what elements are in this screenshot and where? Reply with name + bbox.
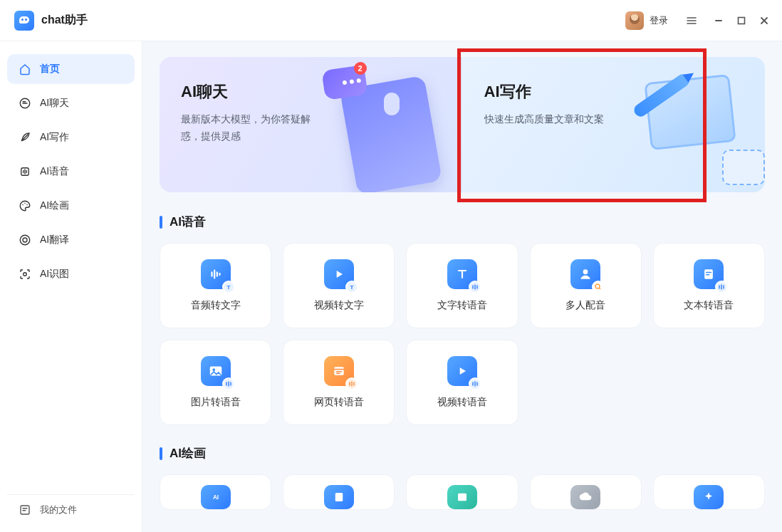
tool-text-to-speech[interactable]: 文字转语音 [406,243,518,328]
folder-icon [19,504,31,516]
sidebar-item-vision[interactable]: AI识图 [7,259,135,289]
svg-rect-14 [705,269,714,278]
sidebar-item-home[interactable]: 首页 [7,54,135,84]
text-t-icon [447,259,477,289]
svg-point-5 [26,204,28,206]
svg-point-8 [24,273,27,276]
section-title-voice: AI语音 [170,214,206,230]
svg-text:T: T [350,284,353,291]
maximize-icon[interactable] [731,10,752,31]
app-title: chat助手 [41,13,88,28]
svg-rect-9 [21,506,29,514]
tool-image-to-voice[interactable]: 图片转语音 [160,340,271,425]
tool-audio-to-text[interactable]: T 音频转文字 [160,243,271,328]
palette-icon [19,199,31,212]
sidebar-item-chat[interactable]: AI聊天 [7,88,135,118]
cloud-icon [570,485,600,509]
ai-box-icon: AI [201,485,231,509]
tool-label: 视频转文字 [314,299,364,312]
svg-rect-20 [458,494,466,501]
svg-point-12 [583,269,588,274]
main-content: AI聊天 最新版本大模型，为你答疑解惑，提供灵感 2 AI写作 快速生成高质量文… [142,41,782,532]
write-illustration-icon [622,68,758,189]
hero-write-desc: 快速生成高质量文章和文案 [484,111,620,128]
hero-row: AI聊天 最新版本大模型，为你答疑解惑，提供灵感 2 AI写作 快速生成高质量文… [160,57,765,192]
section-accent-bar [160,447,162,460]
tool-draw-4[interactable] [530,474,642,510]
document-icon [324,485,354,509]
avatar[interactable] [625,11,644,30]
sidebar-my-files[interactable]: 我的文件 [7,494,135,525]
sidebar-item-label: AI翻译 [40,234,69,246]
sidebar-item-label: AI语音 [40,165,69,178]
sparkle-icon [694,485,724,509]
sidebar-item-voice[interactable]: AI语音 [7,157,135,187]
tool-text-to-voice[interactable]: 文本转语音 [653,243,765,328]
svg-text:T: T [226,284,230,291]
svg-point-7 [23,238,27,242]
image-icon [201,356,231,386]
sidebar-item-label: AI写作 [40,131,69,144]
scan-icon [19,268,31,281]
svg-rect-0 [739,17,745,24]
tool-video-to-voice[interactable]: 视频转语音 [406,340,518,425]
sidebar: 首页 AI聊天 AI写作 [0,41,142,532]
document-icon [694,259,724,289]
tool-draw-5[interactable] [653,474,765,510]
tool-web-to-voice[interactable]: 网页转语音 [283,340,395,425]
minimize-icon[interactable] [708,10,729,31]
tool-label: 视频转语音 [437,396,487,409]
image-icon [447,485,477,509]
menu-icon[interactable] [681,10,702,31]
sidebar-item-draw[interactable]: AI绘画 [7,191,135,221]
close-icon[interactable] [754,10,775,31]
tool-label: 图片转语音 [191,396,241,409]
svg-rect-19 [335,493,343,501]
video-play-icon [447,356,477,386]
section-header-voice: AI语音 [160,214,765,230]
audio-wave-icon: T [201,259,231,289]
home-icon [19,63,31,75]
my-files-label: 我的文件 [40,504,77,516]
voice-icon [19,165,31,178]
notification-badge: 2 [354,62,367,75]
tool-label: 网页转语音 [314,396,364,409]
hero-card-write[interactable]: AI写作 快速生成高质量文章和文案 [462,57,766,192]
app-window: chat助手 登录 首页 [0,0,782,532]
section-header-draw: AI绘画 [160,445,765,461]
sidebar-item-write[interactable]: AI写作 [7,122,135,152]
svg-point-16 [212,368,215,371]
sidebar-item-label: AI绘画 [40,199,69,212]
title-bar: chat助手 登录 [0,0,782,41]
login-button[interactable]: 登录 [650,14,668,27]
tool-label: 文字转语音 [437,299,487,312]
tool-video-to-text[interactable]: T 视频转文字 [283,243,395,328]
voice-tools-grid: T 音频转文字 T 视频转文字 文字转语音 [160,243,765,425]
tool-label: 音频转文字 [191,299,241,312]
tool-draw-3[interactable] [406,474,518,510]
svg-point-6 [20,235,30,245]
tool-draw-1[interactable]: AI [160,474,271,510]
tool-multi-voice[interactable]: 多人配音 [530,243,642,328]
translate-icon [19,234,31,246]
feather-icon [19,131,31,144]
draw-tools-grid: AI [160,474,765,510]
svg-point-4 [24,203,26,204]
tool-label: 文本转语音 [684,299,734,312]
chat-icon [19,97,31,110]
tool-draw-2[interactable] [283,474,395,510]
sidebar-item-label: 首页 [40,63,60,75]
hero-card-chat[interactable]: AI聊天 最新版本大模型，为你答疑解惑，提供灵感 2 [160,57,462,192]
app-logo-icon [14,11,34,31]
svg-text:AI: AI [212,494,218,501]
tool-label: 多人配音 [565,299,605,312]
chat-illustration-icon: 2 [320,68,455,189]
sidebar-item-translate[interactable]: AI翻译 [7,225,135,255]
section-accent-bar [160,216,162,229]
sidebar-item-label: AI识图 [40,268,69,281]
video-play-icon: T [324,259,354,289]
hero-chat-desc: 最新版本大模型，为你答疑解惑，提供灵感 [181,111,316,145]
person-icon [570,259,600,289]
svg-point-3 [22,204,24,206]
section-title-draw: AI绘画 [170,445,206,461]
